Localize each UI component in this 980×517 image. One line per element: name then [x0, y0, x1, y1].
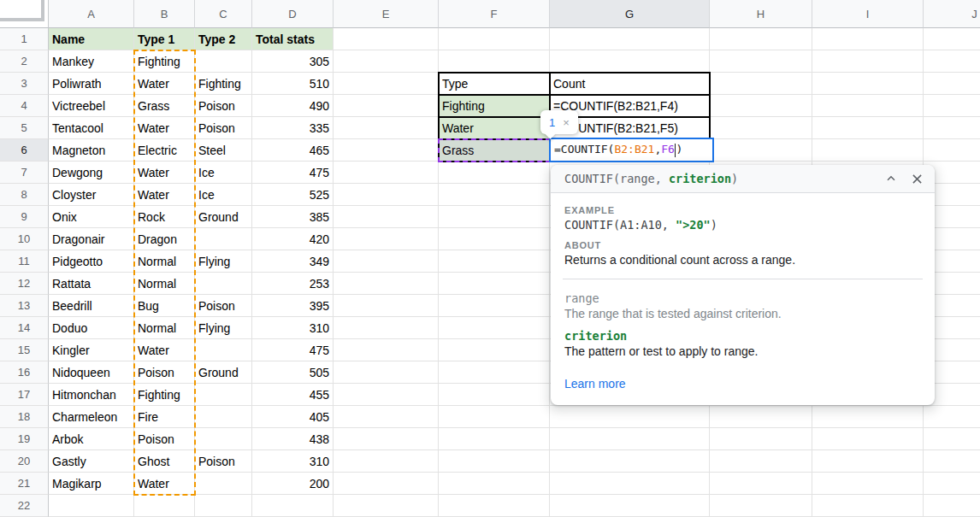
cell-D19[interactable]: 438	[252, 428, 334, 450]
cell-F22[interactable]	[439, 495, 550, 517]
cell-I18[interactable]	[812, 406, 924, 428]
cell-D6[interactable]: 465	[252, 139, 334, 162]
cell-D7[interactable]: 475	[252, 162, 334, 184]
cell-H1[interactable]	[710, 28, 812, 50]
column-header-F[interactable]: F	[439, 0, 550, 28]
cell-E22[interactable]	[334, 495, 439, 517]
column-header-A[interactable]: A	[49, 0, 134, 28]
cell-A7[interactable]: Dewgong	[49, 162, 134, 184]
column-header-J[interactable]: J	[924, 0, 980, 28]
cell-A10[interactable]: Dragonair	[49, 228, 134, 250]
cell-E13[interactable]	[334, 295, 439, 317]
cell-D9[interactable]: 385	[252, 206, 334, 228]
cell-D21[interactable]: 200	[252, 473, 334, 495]
cell-B9[interactable]: Rock	[134, 206, 195, 228]
cell-F19[interactable]	[439, 428, 550, 450]
cell-G18[interactable]	[550, 406, 710, 428]
cell-A3[interactable]: Poliwrath	[49, 73, 134, 95]
cell-B11[interactable]: Normal	[134, 250, 195, 273]
learn-more-link[interactable]: Learn more	[564, 377, 626, 391]
cell-E11[interactable]	[334, 250, 439, 273]
cell-J22[interactable]	[924, 495, 980, 517]
cell-G2[interactable]	[550, 50, 710, 73]
cell-I4[interactable]	[812, 95, 924, 117]
cell-C15[interactable]	[195, 339, 252, 361]
cell-F4[interactable]: Fighting	[439, 95, 550, 117]
cell-F11[interactable]	[439, 250, 550, 273]
cell-E15[interactable]	[334, 339, 439, 361]
cell-E1[interactable]	[334, 28, 439, 50]
cell-J4[interactable]	[924, 95, 980, 117]
cell-D17[interactable]: 455	[252, 384, 334, 406]
cell-A18[interactable]: Charmeleon	[49, 406, 134, 428]
row-header-8[interactable]: 8	[0, 184, 49, 206]
cell-A17[interactable]: Hitmonchan	[49, 384, 134, 406]
cell-F15[interactable]	[439, 339, 550, 361]
cell-A12[interactable]: Rattata	[49, 273, 134, 295]
cell-E2[interactable]	[334, 50, 439, 73]
row-header-21[interactable]: 21	[0, 473, 49, 495]
cell-B22[interactable]	[134, 495, 195, 517]
cell-I19[interactable]	[812, 428, 924, 450]
cell-F12[interactable]	[439, 273, 550, 295]
cell-J21[interactable]	[924, 473, 980, 495]
cell-A14[interactable]: Doduo	[49, 317, 134, 339]
cell-E9[interactable]	[334, 206, 439, 228]
cell-A2[interactable]: Mankey	[49, 50, 134, 73]
cell-F20[interactable]	[439, 450, 550, 473]
select-all-corner[interactable]	[0, 0, 49, 28]
cell-H6[interactable]	[710, 139, 812, 162]
cell-E18[interactable]	[334, 406, 439, 428]
row-header-9[interactable]: 9	[0, 206, 49, 228]
cell-D5[interactable]: 335	[252, 117, 334, 139]
cell-C4[interactable]: Poison	[195, 95, 252, 117]
cell-D8[interactable]: 525	[252, 184, 334, 206]
cell-G1[interactable]	[550, 28, 710, 50]
cell-B5[interactable]: Water	[134, 117, 195, 139]
cell-E20[interactable]	[334, 450, 439, 473]
chevron-up-icon[interactable]	[884, 172, 898, 185]
cell-I6[interactable]	[812, 139, 924, 162]
cell-E17[interactable]	[334, 384, 439, 406]
cell-B20[interactable]: Ghost	[134, 450, 195, 473]
cell-B3[interactable]: Water	[134, 73, 195, 95]
cell-B15[interactable]: Water	[134, 339, 195, 361]
cell-B12[interactable]: Normal	[134, 273, 195, 295]
cell-J2[interactable]	[924, 50, 980, 73]
cell-E3[interactable]	[334, 73, 439, 95]
cell-I2[interactable]	[812, 50, 924, 73]
cell-D3[interactable]: 510	[252, 73, 334, 95]
row-header-19[interactable]: 19	[0, 428, 49, 450]
cell-D4[interactable]: 490	[252, 95, 334, 117]
cell-C1[interactable]: Type 2	[195, 28, 252, 50]
row-header-10[interactable]: 10	[0, 228, 49, 250]
cell-A11[interactable]: Pidgeotto	[49, 250, 134, 273]
cell-G20[interactable]	[550, 450, 710, 473]
column-header-H[interactable]: H	[710, 0, 812, 28]
cell-A5[interactable]: Tentacool	[49, 117, 134, 139]
cell-C9[interactable]: Ground	[195, 206, 252, 228]
cell-E6[interactable]	[334, 139, 439, 162]
cell-G22[interactable]	[550, 495, 710, 517]
cell-G3[interactable]: Count	[550, 73, 710, 95]
row-header-18[interactable]: 18	[0, 406, 49, 428]
column-header-I[interactable]: I	[812, 0, 924, 28]
cell-F2[interactable]	[439, 50, 550, 73]
cell-C3[interactable]: Fighting	[195, 73, 252, 95]
cell-D13[interactable]: 395	[252, 295, 334, 317]
cell-F14[interactable]	[439, 317, 550, 339]
cell-J19[interactable]	[924, 428, 980, 450]
cell-I5[interactable]	[812, 117, 924, 139]
row-header-7[interactable]: 7	[0, 162, 49, 184]
cell-J1[interactable]	[924, 28, 980, 50]
cell-B21[interactable]: Water	[134, 473, 195, 495]
cell-F8[interactable]	[439, 184, 550, 206]
row-header-11[interactable]: 11	[0, 250, 49, 273]
cell-G21[interactable]	[550, 473, 710, 495]
cell-A1[interactable]: Name	[49, 28, 134, 50]
cell-F6[interactable]: Grass	[439, 139, 550, 162]
cell-C14[interactable]: Flying	[195, 317, 252, 339]
row-header-14[interactable]: 14	[0, 317, 49, 339]
formula-edit-cell-G6[interactable]: =COUNTIF(B2:B21,F6)	[549, 138, 714, 162]
column-header-D[interactable]: D	[252, 0, 334, 28]
